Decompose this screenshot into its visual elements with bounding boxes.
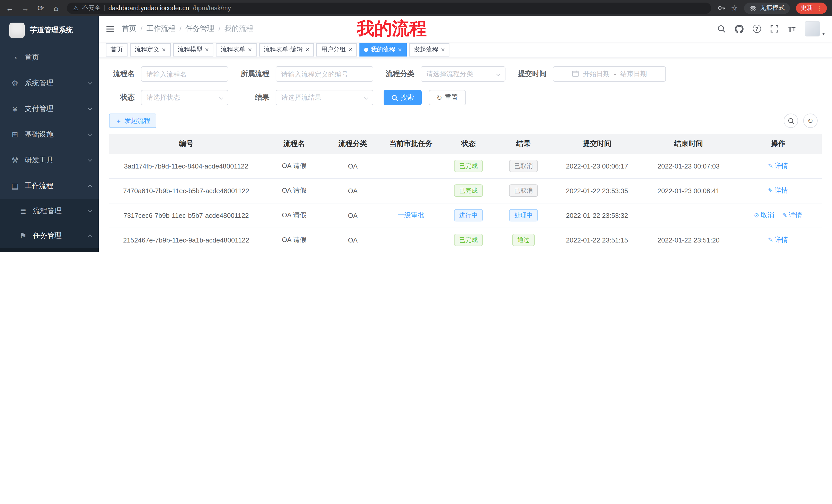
result-select[interactable]: 请选择流结果 [276,90,373,105]
table-column-header[interactable]: 流程分类 [325,134,381,153]
address-bar[interactable]: ⚠ 不安全 dashboard.yudao.iocoder.cn /bpm/ta… [67,2,711,13]
help-icon[interactable]: ? [753,25,761,33]
sidebar-menu-item[interactable]: ⚙ 系统管理 [0,71,99,96]
table-column-header[interactable]: 流程名 [263,134,325,153]
breadcrumb-workflow[interactable]: 工作流程 [147,24,175,33]
sidebar-item-label: 任务管理 [33,231,62,241]
close-icon[interactable]: × [398,46,402,53]
breadcrumb-separator: / [218,25,220,33]
table-column-header[interactable]: 当前审批任务 [381,134,441,153]
toggle-search-button[interactable] [784,114,798,128]
tab-item[interactable]: 流程表单 × [216,43,256,56]
close-icon[interactable]: × [441,46,445,53]
breadcrumb-home[interactable]: 首页 [122,24,136,33]
table-row: 3ad174fb-7b9d-11ec-8404-acde48001122 OA … [109,153,822,178]
process-category-select[interactable]: 请选择流程分类 [421,66,505,82]
tab-item[interactable]: 首页 × [106,43,128,56]
hamburger-icon[interactable] [106,24,115,33]
reset-button[interactable]: ↻ 重置 [429,90,466,105]
user-avatar[interactable]: ▾ [805,21,825,36]
calendar-icon [572,69,579,78]
close-icon[interactable]: × [348,46,352,53]
table-column-header[interactable]: 提交时间 [551,134,643,153]
cancel-link[interactable]: ⊘ 取消 [754,211,774,220]
edit-icon: ✎ [768,162,773,170]
tab-label: 流程表单-编辑 [264,45,303,54]
sidebar-menu-item[interactable]: ◔ 首页 [0,45,99,71]
table-column-header[interactable]: 结束时间 [643,134,734,153]
tab-item[interactable]: 我的流程 × [359,43,407,56]
tab-item[interactable]: 流程表单-编辑 × [259,43,314,56]
process-definition-input[interactable] [276,66,373,82]
logo-image [9,23,25,38]
tab-item[interactable]: 发起流程 × [409,43,449,56]
detail-link[interactable]: ✎ 详情 [768,186,788,195]
table-column-header[interactable]: 状态 [441,134,496,153]
tab-label: 流程表单 [220,45,245,54]
tab-item[interactable]: 流程模型 × [173,43,213,56]
app-logo[interactable]: 芋道管理系统 [0,16,99,45]
sidebar-item-label: 基础设施 [25,130,53,139]
submit-time-range-picker[interactable]: 开始日期 - 结束日期 [553,66,666,82]
browser-menu-icon[interactable]: ⋮ [816,4,822,11]
result-label: 结果 [239,93,269,102]
caret-down-icon: ▾ [822,31,825,36]
create-process-button[interactable]: ＋ 发起流程 [109,114,156,128]
status-badge: 已完成 [454,160,483,172]
process-name-input[interactable] [141,66,228,82]
github-icon[interactable] [734,24,743,33]
table-column-header[interactable]: 编号 [109,134,263,153]
back-icon[interactable]: ← [5,4,15,12]
result-badge: 已取消 [509,185,538,197]
close-icon[interactable]: × [248,46,252,53]
detail-link[interactable]: ✎ 详情 [768,161,788,171]
table-column-header[interactable]: 结果 [496,134,551,153]
dashboard-icon: ◔ [10,53,20,62]
key-icon[interactable] [717,4,725,12]
table-row: 7470a810-7b9b-11ec-b5b7-acde48001122 OA … [109,178,822,203]
tab-label: 首页 [110,45,123,54]
search-icon[interactable] [717,25,725,33]
breadcrumb-task-mgmt[interactable]: 任务管理 [186,24,214,33]
breadcrumb-separator: / [140,25,142,33]
devtools-icon: ⚒ [10,156,20,165]
current-task-link[interactable]: 一级审批 [397,211,424,219]
detail-link[interactable]: ✎ 详情 [768,235,788,245]
sidebar-menu-item[interactable]: ¥ 支付管理 [0,96,99,122]
close-icon[interactable]: × [306,46,309,53]
fullscreen-icon[interactable] [770,25,778,33]
process-category: OA [348,187,358,194]
tab-item[interactable]: 用户分组 × [316,43,357,56]
close-icon[interactable]: × [205,46,209,53]
font-size-icon[interactable]: TT [787,24,796,33]
update-button[interactable]: 更新 ⋮ [796,2,827,13]
refresh-table-button[interactable]: ↻ [803,114,817,128]
sidebar-menu-item[interactable]: ⚒ 研发工具 [0,147,99,173]
url-path: /bpm/task/my [193,4,231,11]
tab-label: 发起流程 [414,45,438,54]
home-icon[interactable]: ⌂ [51,4,61,12]
sidebar-menu-item[interactable]: ▣ 我的流程 [0,248,99,252]
gear-icon: ⚙ [10,79,20,88]
tab-item[interactable]: 流程定义 × [130,43,171,56]
bookmark-star-icon[interactable]: ☆ [731,3,738,12]
status-badge: 已完成 [454,234,483,246]
table-row: 2152467e-7b9b-11ec-9a1b-acde48001122 OA … [109,228,822,252]
status-select[interactable]: 请选择状态 [141,90,228,105]
close-icon[interactable]: × [162,46,166,53]
security-label: 不安全 [82,4,101,12]
table-column-header[interactable]: 操作 [734,134,822,153]
sidebar-menu-item[interactable]: ⊞ 基础设施 [0,122,99,147]
incognito-icon [749,4,757,12]
search-button[interactable]: 搜索 [384,90,422,105]
sidebar-menu-item[interactable]: ⚑ 任务管理 [0,223,99,248]
chevron-icon [88,106,92,110]
sidebar-menu-item[interactable]: ▤ 工作流程 [0,173,99,199]
sidebar-menu-item[interactable]: ≣ 流程管理 [0,199,99,223]
reload-icon[interactable]: ⟳ [36,4,45,12]
detail-link[interactable]: ✎ 详情 [782,211,802,220]
chevron-icon [88,185,92,189]
tags-view: 首页 × 流程定义 × 流程模型 × 流程表单 × [99,41,832,58]
red-annotation-text: 我的流程 [357,17,427,40]
forward-icon[interactable]: → [21,4,30,12]
